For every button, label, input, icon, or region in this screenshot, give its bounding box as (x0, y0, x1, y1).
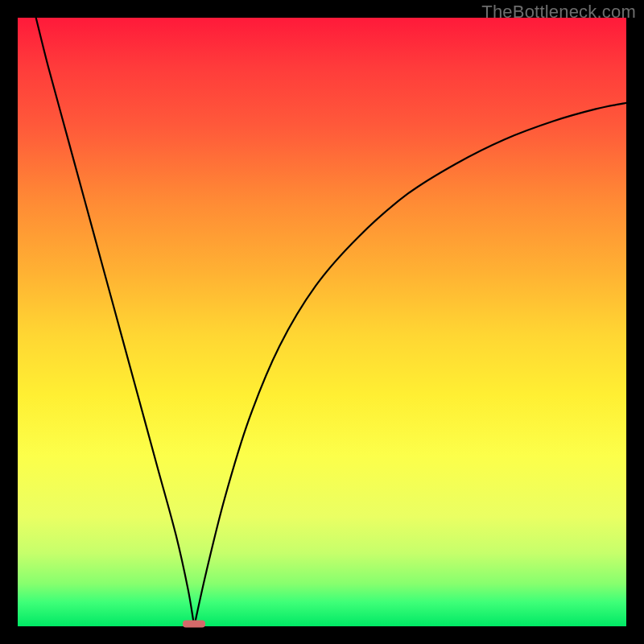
chart-stage: TheBottleneck.com (0, 0, 644, 644)
plot-area (18, 18, 626, 626)
curve-layer (18, 18, 626, 626)
right-branch-curve (194, 103, 626, 626)
left-branch-curve (36, 18, 195, 626)
bottleneck-marker (183, 621, 205, 628)
